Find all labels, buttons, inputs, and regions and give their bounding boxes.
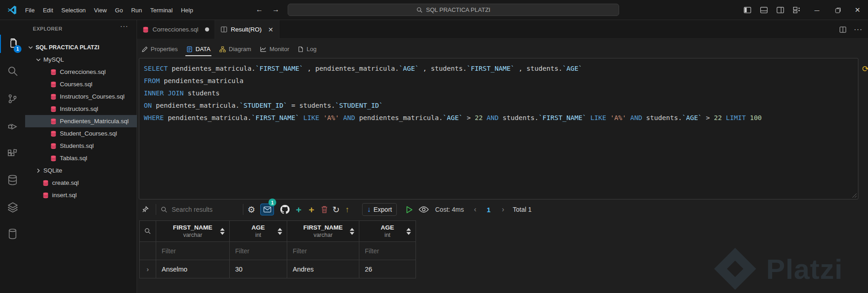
panel-tab-data[interactable]: DATA <box>185 44 211 56</box>
settings-button[interactable]: ⚙ <box>247 201 255 218</box>
title-bar: FileEditSelectionViewGoRunTerminalHelp ←… <box>0 0 868 20</box>
sql-query-editor[interactable]: SELECT pendientes_matricula.`FIRST_NAME`… <box>139 58 858 199</box>
table-row[interactable]: ›Anselmo30Andres26 <box>139 260 416 278</box>
menu-file[interactable]: File <box>21 5 39 16</box>
panel-tab-log[interactable]: Log <box>297 44 317 56</box>
activity-item-extensions[interactable] <box>0 142 25 164</box>
split-editor-icon[interactable] <box>839 26 847 33</box>
sql-line: FROM pendientes_matricula <box>144 75 858 87</box>
minimize-button[interactable]: ─ <box>806 0 827 20</box>
sidebar-item-sqlite[interactable]: SQLite <box>25 164 137 177</box>
menu-edit[interactable]: Edit <box>39 5 57 16</box>
sidebar-item-create-sql[interactable]: create.sql <box>25 177 137 189</box>
editor-more-actions-icon[interactable]: ··· <box>854 26 863 34</box>
editor-tab-correcciones-sql[interactable]: Correcciones.sql <box>137 20 215 39</box>
menu-run[interactable]: Run <box>127 5 146 16</box>
sql-file-icon <box>42 192 49 199</box>
tree-item-label: Student_Courses.sql <box>60 130 117 137</box>
activity-item-storage[interactable] <box>0 223 25 245</box>
sidebar-item-pendientes-matricula-sql[interactable]: Pendientes_Matricula.sql <box>25 115 137 127</box>
panel-tab-label: Log <box>306 46 316 52</box>
sidebar-item-mysql[interactable]: MySQL <box>25 53 137 66</box>
pencil-icon <box>142 46 148 52</box>
resize-grip-icon[interactable] <box>851 192 857 198</box>
activity-item-layers[interactable] <box>0 196 25 218</box>
add-column-button[interactable]: + <box>309 201 314 218</box>
column-type: varchar <box>183 232 202 238</box>
editor-tab-bar: Correcciones.sqlResult(RO)✕ <box>137 20 868 39</box>
menu-selection[interactable]: Selection <box>57 5 89 16</box>
panel-tab-monitor[interactable]: Monitor <box>259 44 290 56</box>
activity-item-source-control[interactable] <box>0 88 25 110</box>
table-filter-row: FilterFilterFilterFilter <box>139 242 416 260</box>
history-back-icon[interactable]: ← <box>256 5 263 14</box>
refresh-button[interactable]: ↻ <box>332 201 340 218</box>
toggle-sidebar-icon[interactable] <box>743 6 752 14</box>
current-page[interactable]: 1 <box>487 201 490 218</box>
activity-item-search[interactable] <box>0 60 25 82</box>
tree-item-label: Students.sql <box>60 142 94 149</box>
delete-button[interactable] <box>321 201 328 218</box>
pin-button[interactable] <box>141 201 149 218</box>
editor-tab-result-ro-[interactable]: Result(RO)✕ <box>215 20 279 39</box>
menu-go[interactable]: Go <box>111 5 127 16</box>
search-icon <box>7 65 19 77</box>
github-button[interactable] <box>279 201 290 218</box>
close-tab-icon[interactable]: ✕ <box>268 26 274 33</box>
column-header-age-1[interactable]: AGEint <box>230 220 287 242</box>
sidebar-item-tablas-sql[interactable]: Tablas.sql <box>25 152 137 164</box>
sort-arrows-icon[interactable] <box>220 228 225 235</box>
toggle-secondary-sidebar-icon[interactable] <box>776 6 784 14</box>
sidebar-item-student-courses-sql[interactable]: Student_Courses.sql <box>25 127 137 140</box>
column-header-first_name-2[interactable]: FIRST_NAMEvarchar <box>287 220 359 242</box>
add-row-button[interactable]: + <box>296 201 301 218</box>
filter-input-2[interactable]: Filter <box>287 242 359 260</box>
panel-tab-diagram[interactable]: Diagram <box>218 44 252 56</box>
history-forward-icon[interactable]: → <box>272 5 279 14</box>
edge-refresh-icon[interactable]: ⟳ <box>862 64 868 74</box>
prev-page-button[interactable]: ‹ <box>474 201 476 218</box>
filter-input-1[interactable]: Filter <box>230 242 287 260</box>
column-header-first_name-0[interactable]: FIRST_NAMEvarchar <box>156 220 230 242</box>
column-header-age-3[interactable]: AGEint <box>359 220 416 242</box>
next-page-button[interactable]: › <box>502 201 504 218</box>
filter-input-3[interactable]: Filter <box>359 242 416 260</box>
close-window-button[interactable]: ✕ <box>847 0 868 20</box>
activity-item-database[interactable] <box>0 169 25 191</box>
cell-3[interactable]: 26 <box>359 260 416 278</box>
move-up-button[interactable]: ↑ <box>345 201 349 218</box>
run-button[interactable] <box>405 201 413 218</box>
menu-view[interactable]: View <box>90 5 111 16</box>
extensions-icon <box>7 148 18 159</box>
cell-1[interactable]: 30 <box>230 260 287 278</box>
sidebar-item-instructors-sql[interactable]: Instructors.sql <box>25 103 137 115</box>
table-search-cell[interactable] <box>139 220 156 242</box>
sidebar-item-instructors-courses-sql[interactable]: Instructors_Courses.sql <box>25 90 137 103</box>
sidebar-item-students-sql[interactable]: Students.sql <box>25 140 137 152</box>
expand-row-icon[interactable]: › <box>139 260 156 278</box>
sidebar-item-insert-sql[interactable]: insert.sql <box>25 189 137 201</box>
menu-help[interactable]: Help <box>177 5 197 16</box>
filter-input-0[interactable]: Filter <box>156 242 230 260</box>
menu-terminal[interactable]: Terminal <box>146 5 177 16</box>
sort-arrows-icon[interactable] <box>350 228 354 235</box>
toggle-panel-icon[interactable] <box>760 6 768 14</box>
sidebar-item-sql-practica-platzi[interactable]: SQL PRACTICA PLATZI <box>25 41 137 53</box>
export-button[interactable]: ↓ Export <box>362 203 397 216</box>
sort-arrows-icon[interactable] <box>406 228 411 235</box>
restore-button[interactable] <box>827 0 848 20</box>
panel-tab-properties[interactable]: Properties <box>141 44 179 56</box>
sidebar-item-correcciones-sql[interactable]: Correcciones.sql <box>25 66 137 78</box>
results-search[interactable]: Search results <box>161 201 212 218</box>
sort-arrows-icon[interactable] <box>278 228 282 235</box>
command-center-search[interactable]: SQL PRACTICA PLATZI <box>288 4 619 16</box>
gear-icon: ⚙ <box>247 204 255 215</box>
customize-layout-icon[interactable] <box>793 6 801 14</box>
activity-item-run-debug[interactable] <box>0 115 25 137</box>
preview-button[interactable] <box>419 201 429 218</box>
sidebar-item-courses-sql[interactable]: Courses.sql <box>25 78 137 90</box>
cell-2[interactable]: Andres <box>287 260 359 278</box>
activity-item-explorer[interactable]: 1 <box>0 33 25 55</box>
cell-0[interactable]: Anselmo <box>156 260 230 278</box>
explorer-more-actions-icon[interactable]: ··· <box>120 22 128 30</box>
